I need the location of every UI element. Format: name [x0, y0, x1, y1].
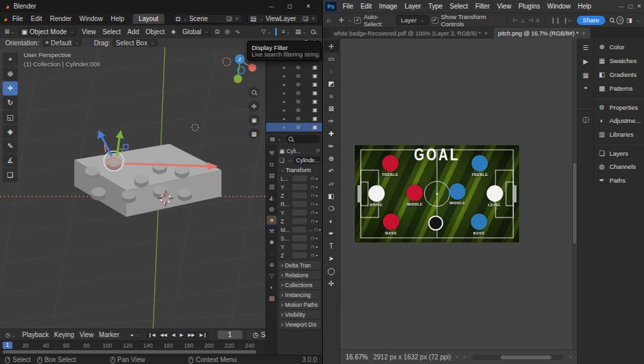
object-name-field[interactable]: Cylinde... — [294, 156, 321, 164]
panel-item[interactable]: ☸ Color — [594, 40, 644, 54]
lock-icon[interactable]: ⊓ — [311, 202, 314, 207]
home-icon[interactable]: ⌂ — [327, 16, 331, 24]
zoom-button[interactable] — [248, 87, 260, 98]
panel-strip-icon[interactable]: ⓘ — [578, 108, 593, 125]
playback-button[interactable]: ❙◀ — [146, 331, 157, 339]
animate-dot-icon[interactable]: • — [319, 227, 321, 233]
playback-button[interactable]: ◀ — [170, 331, 177, 339]
lock-icon[interactable]: ⊓ — [311, 236, 314, 241]
snap-magnet-icon[interactable]: Ω — [213, 28, 221, 35]
workspace-tab[interactable]: Layout — [133, 14, 164, 24]
tool-button[interactable]: ⊕ — [324, 152, 339, 165]
outliner-row[interactable]: ▸ ⊙ ▣ — [266, 80, 322, 89]
vertical-scrollbar[interactable] — [572, 39, 577, 350]
grid-toggle-button[interactable]: ▦ — [248, 128, 260, 139]
properties-tab[interactable]: ■ — [267, 216, 277, 225]
lock-icon[interactable]: ⊓ — [314, 227, 317, 233]
tool-button[interactable]: ◧ — [324, 190, 339, 202]
eye-icon[interactable]: ⊙ — [294, 64, 302, 70]
menu-item[interactable]: Help — [106, 14, 128, 23]
unlink-scene-icon[interactable]: ✕ — [235, 16, 239, 22]
panel-strip-icon[interactable]: ❝ — [584, 85, 587, 93]
blender-menu-logo-icon[interactable]: ◕ — [3, 15, 8, 23]
expand-triangle-icon[interactable]: ▸ — [283, 116, 286, 122]
panel-strip-icon[interactable]: ▶ — [583, 58, 588, 65]
playback-button[interactable]: ◀◀ — [158, 331, 169, 339]
status-arrow-icon[interactable]: › — [456, 354, 458, 360]
properties-tab[interactable]: ✱ — [267, 238, 277, 247]
tool-button[interactable]: ⌖ — [3, 53, 18, 66]
transform-section-header[interactable]: ⌄ Transform — [279, 166, 321, 174]
properties-tab[interactable]: ▽ — [267, 271, 277, 281]
tool-button[interactable]: ✛ — [324, 40, 339, 53]
tool-button[interactable]: ❏ — [3, 168, 18, 182]
scroll-left-icon[interactable]: ‹ — [463, 354, 465, 360]
transform-value-field[interactable] — [292, 244, 307, 250]
properties-display-icon[interactable]: ▤⌄ — [268, 135, 283, 143]
eye-icon[interactable]: ⊙ — [294, 116, 302, 122]
timeline-scroll-thumb[interactable] — [3, 350, 256, 353]
tool-button[interactable]: ▱ — [324, 177, 339, 190]
horizontal-scroll-thumb[interactable] — [501, 355, 551, 359]
scroll-right-icon[interactable]: › — [570, 354, 572, 360]
camera-icon[interactable]: ▣ — [310, 99, 319, 104]
panel-item[interactable]: ◍ Channels — [594, 160, 644, 173]
document-tab[interactable]: white badge-Recovered.pdf @ 100% (Layer … — [329, 28, 493, 39]
properties-tab[interactable]: ⚒ — [267, 227, 277, 236]
move-tool-icon[interactable]: ✛ — [339, 16, 344, 24]
tool-button[interactable]: ⊕ — [3, 67, 18, 81]
scene-selector[interactable]: ◘ ⌄ Scene ❏ ✕ — [173, 14, 242, 24]
viewport-menu-item[interactable]: Object — [143, 28, 168, 36]
panel-strip-icon[interactable]: ▦ — [583, 72, 589, 79]
animate-dot-icon[interactable]: • — [315, 193, 317, 198]
canvas-area[interactable]: GOAL TREBLE DRIVE MIDDLE — [340, 39, 577, 350]
search-icon[interactable] — [311, 30, 315, 34]
drag-value-dropdown[interactable]: Select Box ⌄ — [112, 39, 158, 47]
new-scene-icon[interactable]: ❏ — [225, 16, 233, 22]
distribute-icon[interactable]: ❙❙ — [549, 17, 562, 24]
lock-icon[interactable]: ⊓ — [311, 253, 314, 258]
axis-x-neg[interactable] — [223, 58, 231, 66]
transform-value-field[interactable] — [292, 210, 307, 216]
transform-value-field[interactable] — [292, 252, 307, 258]
tool-button[interactable]: ◯ — [324, 265, 339, 277]
transform-value-field[interactable] — [292, 193, 307, 198]
properties-tab[interactable]: ▥ — [267, 182, 277, 191]
display-mode-icon[interactable]: ≡⌄ — [279, 28, 292, 35]
keying-set-button[interactable]: ◇ — [135, 330, 139, 339]
panel-item[interactable]: ◧ Gradients — [594, 68, 644, 81]
menu-item[interactable]: Layer — [401, 1, 425, 11]
properties-tab[interactable]: ◍ — [267, 204, 277, 214]
timeline-menu-item[interactable]: Playback — [20, 330, 52, 339]
transform-value-field[interactable] — [292, 218, 307, 224]
timeline-menu-item[interactable]: Marker — [96, 330, 122, 339]
tool-button[interactable]: ◐ — [324, 215, 339, 227]
camera-icon[interactable]: ▣ — [310, 64, 319, 70]
transform-value-field[interactable] — [292, 201, 307, 207]
current-frame-badge[interactable]: 1 — [3, 342, 12, 349]
axis-x[interactable] — [248, 64, 256, 72]
tool-button[interactable]: ✛ — [3, 81, 18, 95]
filter-funnel-icon[interactable]: ▽⌄ — [260, 28, 273, 35]
search-icon[interactable] — [610, 18, 614, 22]
outliner-row[interactable]: ▸ ⊙ ▣ — [266, 114, 322, 123]
menu-item[interactable]: Filter — [472, 1, 494, 11]
playback-button[interactable]: ▶❙ — [198, 331, 209, 339]
maximize-button[interactable]: ▢ — [628, 3, 633, 9]
camera-icon[interactable]: ▣ — [310, 124, 319, 130]
animate-dot-icon[interactable]: • — [315, 210, 317, 216]
lock-icon[interactable]: ⊓ — [311, 176, 314, 181]
lock-icon[interactable]: ⊓ — [311, 193, 314, 198]
panel-item[interactable]: ▥ Libraries — [594, 127, 644, 141]
panel-item[interactable]: ▩ Patterns — [594, 81, 644, 95]
expand-triangle-icon[interactable]: ▸ — [283, 108, 286, 113]
menu-item[interactable]: Window — [543, 1, 574, 11]
collapsed-section[interactable]: › Collections — [279, 281, 321, 289]
panel-item[interactable]: ❏ Layers — [594, 145, 644, 160]
panel-strip-icon[interactable]: ☰ — [583, 44, 589, 51]
show-transform-checkbox[interactable]: ✓ — [432, 17, 438, 24]
menu-item[interactable]: Edit — [27, 14, 46, 23]
current-frame-field[interactable]: 1 — [218, 330, 242, 339]
pin-icon[interactable]: ⚐ — [315, 148, 321, 154]
tool-button[interactable]: ✚ — [324, 127, 339, 140]
